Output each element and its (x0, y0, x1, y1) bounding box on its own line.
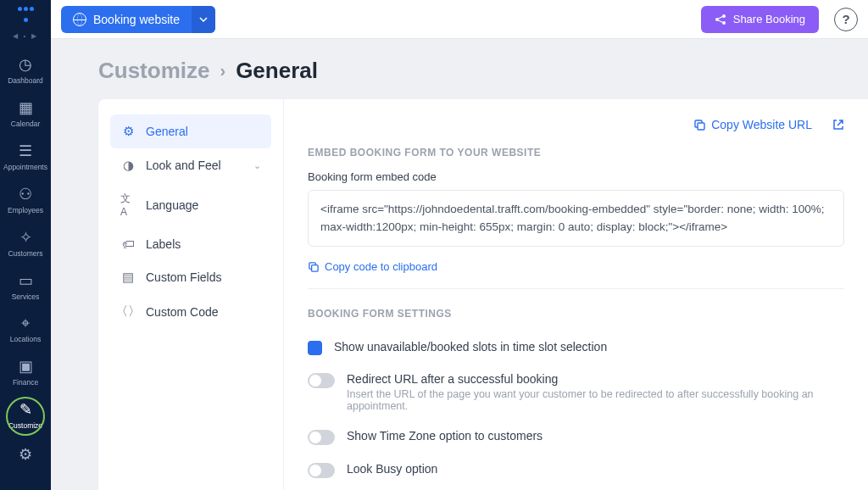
svg-rect-6 (312, 264, 318, 270)
calendar-icon: ▦ (19, 98, 33, 117)
toggle-timezone[interactable] (308, 430, 335, 445)
app-sidebar: ◀ • ▶ ◷ Dashboard ▦ Calendar ☰ Appointme… (0, 0, 51, 490)
copy-icon (308, 261, 319, 272)
employees-icon: ⚇ (19, 185, 32, 203)
topbar: Booking website Share Booking ? (51, 0, 868, 39)
open-external-button[interactable] (832, 118, 844, 131)
chevron-down-icon (199, 17, 208, 22)
setting-look-busy: Look Busy option (308, 454, 844, 487)
gauge-icon: ◷ (19, 55, 32, 74)
services-icon: ▭ (19, 271, 33, 290)
settings-nav-custom-fields[interactable]: ▤ Custom Fields (110, 260, 271, 294)
embed-code-box[interactable]: <iframe src="https://johndoedental.traff… (308, 190, 844, 247)
settings-nav-custom-code[interactable]: 〈〉 Custom Code (110, 294, 271, 329)
main-area: Booking website Share Booking ? Customiz… (51, 0, 868, 490)
breadcrumb: Customize › General (51, 39, 868, 99)
svg-point-1 (722, 14, 726, 18)
breadcrumb-current: General (236, 58, 318, 84)
booking-website-dropdown[interactable]: Booking website (61, 6, 215, 33)
checkbox-show-unavailable[interactable] (308, 341, 322, 355)
settings-nav-general[interactable]: ⚙ General (110, 114, 271, 148)
gear-icon: ⚙ (19, 446, 32, 463)
form-settings-title: BOOKING FORM SETTINGS (308, 308, 844, 320)
setting-redirect-url: Redirect URL after a successful booking … (308, 364, 844, 420)
sidebar-item-customers[interactable]: ✧ Customers (0, 221, 51, 264)
dropdown-chevron[interactable] (192, 6, 215, 33)
sidebar-item-employees[interactable]: ⚇ Employees (0, 178, 51, 221)
sidebar-item-calendar[interactable]: ▦ Calendar (0, 92, 51, 135)
embed-section-title: EMBED BOOKING FORM TO YOUR WEBSITE (308, 147, 844, 159)
gear-icon: ⚙ (120, 124, 136, 139)
copy-code-button[interactable]: Copy code to clipboard (308, 255, 844, 288)
nav-collapse-icon[interactable]: ◀ • ▶ (13, 32, 37, 40)
sidebar-item-services[interactable]: ▭ Services (0, 264, 51, 308)
chevron-down-icon: ⌄ (253, 160, 261, 171)
sidebar-settings[interactable]: ⚙ (19, 437, 32, 472)
sidebar-item-dashboard[interactable]: ◷ Dashboard (0, 48, 51, 92)
toggle-redirect-url[interactable] (308, 373, 335, 388)
app-logo (15, 7, 36, 27)
customers-icon: ✧ (19, 228, 32, 247)
wallet-icon: ▣ (19, 357, 33, 376)
copy-website-url-button[interactable]: Copy Website URL (693, 118, 812, 131)
help-button[interactable]: ? (834, 8, 858, 31)
svg-rect-4 (698, 123, 704, 130)
sidebar-item-locations[interactable]: ⌖ Locations (0, 308, 51, 350)
settings-nav-labels[interactable]: 🏷 Labels (110, 227, 271, 260)
share-icon (715, 14, 726, 25)
external-link-icon (832, 119, 844, 131)
divider (308, 288, 844, 289)
settings-body: Copy Website URL EMBED BOOKING FORM TO Y… (283, 99, 868, 490)
breadcrumb-root[interactable]: Customize (98, 58, 209, 84)
setting-timezone: Show Time Zone option to customers (308, 420, 844, 454)
tag-icon: 🏷 (120, 237, 136, 251)
palette-icon: ✎ (19, 400, 32, 419)
sidebar-item-appointments[interactable]: ☰ Appointments (0, 135, 51, 178)
sidebar-item-customize[interactable]: ✎ Customize (0, 393, 51, 437)
palette-icon: ◑ (120, 158, 136, 173)
embed-code-label: Booking form embed code (308, 170, 844, 183)
chevron-right-icon: › (220, 61, 225, 81)
toggle-look-busy[interactable] (308, 463, 335, 478)
content-card: ⚙ General ◑ Look and Feel ⌄ 文A Language … (98, 99, 868, 490)
clipboard-icon: ☰ (19, 142, 32, 160)
svg-point-2 (722, 21, 726, 25)
settings-nav: ⚙ General ◑ Look and Feel ⌄ 文A Language … (98, 99, 283, 490)
translate-icon: 文A (120, 192, 136, 218)
share-booking-button[interactable]: Share Booking (701, 6, 819, 33)
form-icon: ▤ (120, 270, 136, 285)
globe-icon (73, 13, 86, 26)
settings-nav-look-and-feel[interactable]: ◑ Look and Feel ⌄ (110, 148, 271, 182)
pin-icon: ⌖ (21, 315, 30, 332)
settings-nav-language[interactable]: 文A Language (110, 182, 271, 227)
code-icon: 〈〉 (120, 303, 136, 320)
copy-icon (693, 119, 705, 131)
sidebar-item-finance[interactable]: ▣ Finance (0, 350, 51, 393)
setting-show-unavailable: Show unavailable/booked slots in time sl… (308, 331, 844, 364)
